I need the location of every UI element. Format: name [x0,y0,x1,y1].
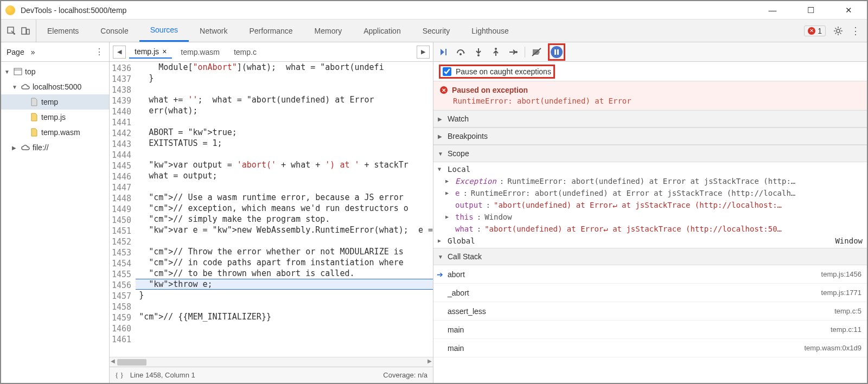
kebab-menu-icon[interactable]: ⋮ [851,25,860,37]
step-over-icon[interactable] [455,46,467,58]
code-line[interactable]: "kw">throw e; [136,279,433,290]
tab-sources[interactable]: Sources [139,20,189,42]
navigator-page-label[interactable]: Page [7,48,24,56]
watch-section[interactable]: ▶Watch [433,110,867,127]
code-line[interactable]: "kw">var output = 'abort(' + what + ') a… [136,159,433,170]
window-minimize-button[interactable]: — [763,5,782,15]
callstack-frame[interactable]: ➔aborttemp.js:1456 [433,265,867,284]
svg-rect-2 [27,29,29,34]
window-title: DevTools - localhost:5000/temp [21,6,126,15]
file-tab[interactable]: temp.c [228,46,262,59]
error-count: 1 [818,27,822,35]
resume-icon[interactable] [438,46,450,58]
code-line[interactable]: Module["onAbort"](what); what = "abort(u… [136,62,433,73]
callstack-frame[interactable]: _aborttemp.js:1771 [433,284,867,302]
window-close-button[interactable]: ✕ [839,5,858,15]
tab-network[interactable]: Network [189,20,238,42]
tab-performance[interactable]: Performance [238,20,303,42]
code-editor[interactable]: 1436143714381439144014411442144314441445… [110,62,433,357]
scope-variable[interactable]: ▶what: "abort(undefined) at Error↵ at js… [438,223,863,235]
tree-file-label: temp [41,98,58,106]
scrollbar-thumb[interactable] [117,359,146,366]
code-line[interactable] [136,235,433,246]
tab-application[interactable]: Application [353,20,412,42]
device-toolbar-icon[interactable] [21,26,30,36]
nav-back-button[interactable]: ◀ [113,46,126,59]
callstack-frame[interactable]: maintemp.c:11 [433,321,867,339]
callstack-frame[interactable]: assert_lesstemp.c:5 [433,302,867,321]
code-line[interactable]: "cm">// {{MEM_INITIALIZER}} [136,311,433,322]
tree-file-tempwasm[interactable]: temp.wasm [1,125,109,140]
code-line[interactable]: } [136,290,433,300]
inspect-element-icon[interactable] [7,26,16,36]
code-line[interactable]: "cm">// Use a wasm runtime error, becaus… [136,192,433,203]
code-line[interactable] [136,300,433,311]
code-line[interactable]: EXITSTATUS = 1; [136,138,433,149]
code-line[interactable] [136,116,433,127]
code-line[interactable]: ABORT = "kw">true; [136,127,433,138]
pretty-print-icon[interactable]: { } [115,371,124,380]
scope-variable[interactable]: ▶output: "abort(undefined) at Error↵ at … [438,199,863,211]
settings-gear-icon[interactable] [833,26,843,36]
code-line[interactable]: what += ''; what = "abort(undefined) at … [136,94,433,105]
breakpoints-section[interactable]: ▶Breakpoints [433,127,867,145]
file-tab[interactable]: temp.js× [129,46,172,59]
scope-global-value: Window [835,235,863,247]
tab-console[interactable]: Console [90,20,139,42]
window-titlebar: DevTools - localhost:5000/temp — ☐ ✕ [1,1,867,20]
tree-host-label: localhost:5000 [33,82,81,91]
tree-file-scheme[interactable]: ▶ file:// [1,140,109,155]
code-line[interactable] [136,181,433,192]
error-count-badge[interactable]: ✕ 1 [804,25,826,36]
scope-local-label[interactable]: Local [448,163,470,175]
window-icon [13,67,23,76]
tree-file-scheme-label: file:// [33,143,49,152]
code-line[interactable] [136,322,433,333]
window-maximize-button[interactable]: ☐ [801,5,820,15]
code-line[interactable]: "cm">// simply make the program stop. [136,214,433,225]
code-line[interactable]: "kw">var e = "kw">new WebAssembly.Runtim… [136,225,433,235]
code-line[interactable] [136,149,433,159]
step-out-icon[interactable] [490,46,502,58]
code-line[interactable]: "cm">// in code paths apart from instant… [136,257,433,268]
scope-section[interactable]: ▼Scope [433,145,867,162]
exception-title: Paused on exception [452,86,528,94]
code-line[interactable]: "cm">// Throw the error whether or not M… [136,246,433,257]
tree-top[interactable]: ▼ top [1,64,109,79]
debugger-toolbar [433,42,867,62]
code-line[interactable] [136,333,433,344]
scope-variable[interactable]: ▶Exception: RuntimeError: abort(undefine… [438,175,863,187]
tree-file-temp[interactable]: temp [1,94,109,110]
tab-elements[interactable]: Elements [36,20,90,42]
callstack-section[interactable]: ▼Call Stack [433,248,867,265]
code-line[interactable]: } [136,73,433,84]
step-icon[interactable] [507,46,519,58]
tree-file-tempjs[interactable]: temp.js [1,110,109,125]
scope-global-label[interactable]: Global [448,235,475,247]
step-into-icon[interactable] [473,46,484,58]
code-line[interactable]: err(what); [136,105,433,116]
tab-memory[interactable]: Memory [304,20,353,42]
svg-point-9 [495,48,497,50]
code-line[interactable] [136,84,433,94]
navigator-menu-icon[interactable]: ⋮ [95,47,104,57]
pause-on-exceptions-icon[interactable] [551,46,563,58]
run-snippet-button[interactable]: ▶ [417,46,430,59]
deactivate-breakpoints-icon[interactable] [531,46,542,58]
devtools-toolbar: ElementsConsoleSourcesNetworkPerformance… [1,20,867,42]
navigator-overflow[interactable]: » [31,48,35,56]
code-line[interactable]: "cm">// to be thrown when abort is calle… [136,268,433,279]
code-line[interactable]: what = output; [136,170,433,181]
close-tab-icon[interactable]: × [162,47,167,56]
svg-point-3 [837,29,840,33]
pause-caught-checkbox[interactable] [443,67,451,76]
scope-variable[interactable]: ▶e: RuntimeError: abort(undefined) at Er… [438,187,863,199]
tree-host[interactable]: ▼ localhost:5000 [1,79,109,94]
scope-variable[interactable]: ▶this: Window [438,211,863,223]
code-line[interactable]: "cm">// exception, which means we'd run … [136,203,433,214]
tab-lighthouse[interactable]: Lighthouse [461,20,520,42]
callstack-frame[interactable]: maintemp.wasm:0x1d9 [433,339,867,357]
file-tab[interactable]: temp.wasm [175,46,225,59]
tab-security[interactable]: Security [412,20,461,42]
editor-horizontal-scrollbar[interactable]: ◀ ▶ [110,357,433,367]
